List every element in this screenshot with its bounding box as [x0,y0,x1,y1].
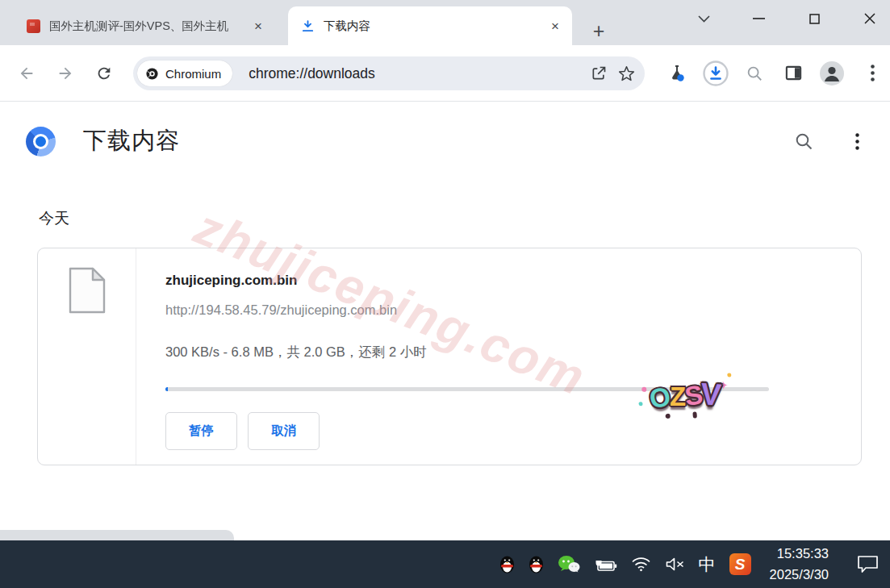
experiments-flask-icon[interactable] [663,60,691,87]
close-window-button[interactable] [858,6,882,31]
taskbar-time: 15:35:33 [770,544,829,565]
page-title: 下载内容 [83,125,180,157]
tab-title: 国外主机测评-国外VPS、国外主机 [49,19,249,34]
tab-hosting-review[interactable]: 国外主机测评-国外VPS、国外主机 × [15,6,284,45]
generic-file-icon [69,267,106,314]
download-favicon-icon [301,19,315,33]
red-seal-favicon-icon [27,19,40,33]
toolbar-search-icon[interactable] [741,60,768,87]
download-details: zhujiceping.com.bin http://194.58.45.79/… [136,248,861,465]
battery-power-icon[interactable] [594,557,617,572]
download-source-url: http://194.58.45.79/zhujiceping.com.bin [165,302,861,318]
sogou-input-icon[interactable]: S [729,553,751,575]
cancel-button[interactable]: 取消 [248,412,320,450]
background-window-edge [0,530,234,541]
pause-button[interactable]: 暂停 [165,412,237,450]
minimize-button[interactable] [746,6,771,31]
sticker-letter: O [646,381,672,415]
progress-bar-fill [165,387,168,391]
taskbar: 中 S 15:35:33 2025/3/30 [0,540,890,588]
qq-icon[interactable] [529,555,544,573]
ime-indicator[interactable]: 中 [699,553,716,576]
address-bar[interactable]: Chromium chrome://downloads [133,56,645,90]
chromium-mono-icon [145,67,159,81]
file-icon-column [38,248,136,465]
profile-avatar[interactable] [818,60,846,87]
download-actions: 暂停 取消 [165,412,320,450]
maximize-button[interactable] [802,6,826,31]
notification-center-icon[interactable] [857,555,879,573]
tab-close-button[interactable]: × [546,17,564,35]
tab-search-chevron-icon[interactable] [692,6,716,31]
page-menu-kebab-icon[interactable] [841,125,873,157]
new-tab-button[interactable]: + [587,19,611,43]
download-status-text: 300 KB/s - 6.8 MB，共 2.0 GB，还剩 2 小时 [165,344,861,361]
taskbar-date: 2025/3/30 [770,565,829,586]
forward-icon[interactable] [52,60,79,87]
browser-menu-kebab-icon[interactable] [859,60,886,87]
wifi-icon[interactable] [631,557,651,572]
back-icon[interactable] [13,60,40,87]
share-icon[interactable] [585,60,612,87]
browser-window: 国外主机测评-国外VPS、国外主机 × 下载内容 × + [0,0,890,588]
sticker-letter: Z [670,382,685,412]
downloads-progress-icon[interactable] [702,60,729,87]
taskbar-clock[interactable]: 15:35:33 2025/3/30 [770,544,829,585]
wechat-icon[interactable] [558,555,580,573]
volume-muted-icon[interactable] [665,557,685,572]
chromium-logo-icon [26,127,56,156]
tab-close-button[interactable]: × [249,17,267,35]
qq-icon[interactable] [499,555,515,573]
site-chip-label: Chromium [165,67,221,81]
page-search-icon[interactable] [788,125,820,157]
tab-title: 下载内容 [324,19,546,34]
sticker-letter: V [700,377,721,413]
downloads-page: 下载内容 今天 zhujiceping.com.bin http://194.5… [0,102,890,540]
downloads-header: 下载内容 [0,115,890,167]
reload-icon[interactable] [90,60,118,87]
bookmark-star-icon[interactable] [612,60,640,87]
date-group-label: 今天 [39,208,69,229]
tab-downloads[interactable]: 下载内容 × [288,6,572,45]
side-panel-icon[interactable] [779,60,807,87]
download-item-card: zhujiceping.com.bin http://194.58.45.79/… [37,248,862,465]
site-info-chip[interactable]: Chromium [137,60,232,86]
download-filename-link[interactable]: zhujiceping.com.bin [165,273,861,289]
sticker-dot [692,411,697,418]
url-text: chrome://downloads [249,65,585,82]
tab-strip: 国外主机测评-国外VPS、国外主机 × 下载内容 × + [0,0,890,45]
browser-toolbar: Chromium chrome://downloads [0,45,890,102]
ozsv-sticker: OZSV✦ [649,378,729,415]
